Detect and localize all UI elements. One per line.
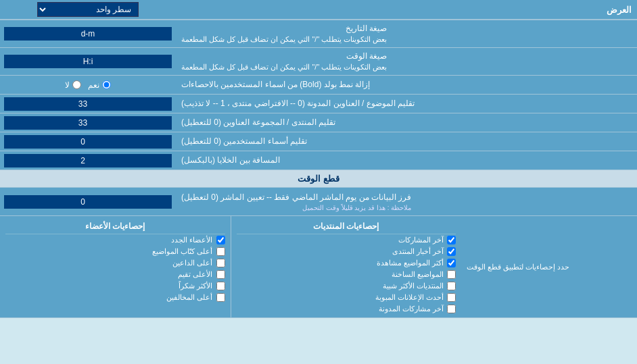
stat-checkbox-5[interactable] xyxy=(447,282,456,290)
username-limit-row: تقليم أسماء المستخدمين (0 للتعطيل) xyxy=(0,132,637,151)
stat-label-2: آخر أخبار المنتدى xyxy=(392,247,444,256)
username-limit-label: تقليم أسماء المستخدمين (0 للتعطيل) xyxy=(176,132,637,151)
stats-col-members-header: إحصاءيات الأعضاء xyxy=(5,219,225,234)
time-format-label: صيغة الوقت بعض التكوينات يتطلب "/" التي … xyxy=(176,48,637,75)
stat-label-7: آخر مشاركات المدونة xyxy=(379,305,444,313)
bold-remove-label: إزالة نمط بولد (Bold) من اسماء المستخدمي… xyxy=(176,76,637,94)
time-format-input-cell xyxy=(0,48,176,75)
forum-limit-label: تقليم المنتدى / المجموعة العناوين (0 للت… xyxy=(176,113,637,132)
stat-checkbox-4[interactable] xyxy=(447,270,456,279)
stat-m-checkbox-5[interactable] xyxy=(216,282,225,290)
display-select-cell: سطر واحدسطرينثلاثة أسطر xyxy=(0,0,176,19)
stat-item-2: آخر أخبار المنتدى xyxy=(237,246,456,257)
stat-m-label-3: أعلى الداعين xyxy=(172,259,212,267)
subject-limit-input-cell xyxy=(0,95,176,113)
cell-spacing-input-cell xyxy=(0,151,176,170)
date-format-input[interactable] xyxy=(4,27,172,41)
time-cut-input-cell xyxy=(0,188,176,215)
stat-label-3: أكثر المواضيع مشاهدة xyxy=(377,259,444,267)
main-container: العرض سطر واحدسطرينثلاثة أسطر صيغة التار… xyxy=(0,0,637,318)
stat-label-1: آخر المشاركات xyxy=(398,236,444,244)
time-cut-row: فرز البيانات من يوم الماشر الماضي فقط --… xyxy=(0,188,637,216)
stat-checkbox-2[interactable] xyxy=(447,247,456,256)
stats-col-members: إحصاءيات الأعضاء الأعضاء الجدد أعلى كتّا… xyxy=(0,216,231,317)
stat-m-item-6: أعلى المخالفين xyxy=(5,292,225,303)
stat-checkbox-3[interactable] xyxy=(447,259,456,267)
forum-limit-input-cell xyxy=(0,113,176,132)
header-row: العرض سطر واحدسطرينثلاثة أسطر xyxy=(0,0,637,20)
stat-m-checkbox-3[interactable] xyxy=(216,259,225,267)
stat-m-item-2: أعلى كتّاب المواضيع xyxy=(5,246,225,257)
subject-limit-input[interactable] xyxy=(4,97,172,111)
subject-limit-label: تقليم الموضوع / العناوين المدونة (0 -- ا… xyxy=(176,95,637,113)
bold-remove-options: نعم لا xyxy=(0,76,176,94)
username-limit-input[interactable] xyxy=(4,135,172,149)
subject-limit-row: تقليم الموضوع / العناوين المدونة (0 -- ا… xyxy=(0,95,637,113)
stat-checkbox-7[interactable] xyxy=(447,305,456,313)
bold-no-radio[interactable] xyxy=(72,80,81,89)
stat-m-label-2: أعلى كتّاب المواضيع xyxy=(152,247,212,256)
cell-spacing-row: المسافة بين الخلايا (بالبكسل) xyxy=(0,151,637,170)
stat-m-label-4: الأعلى تقيم xyxy=(178,270,212,279)
stats-col-forums: إحصاءيات المنتديات آخر المشاركات آخر أخب… xyxy=(231,216,462,317)
bold-no-option: لا xyxy=(65,80,81,90)
stat-checkbox-6[interactable] xyxy=(447,293,456,302)
time-format-input[interactable] xyxy=(4,55,172,68)
stat-item-6: أحدث الإعلانات المبوبة xyxy=(237,292,456,303)
bold-yes-label: نعم xyxy=(88,80,99,90)
time-cut-section-header: قطع الوقت xyxy=(0,170,637,188)
bold-yes-option: نعم xyxy=(88,80,111,90)
stats-grid: حدد إحصاءيات لتطبيق قطع الوقت إحصاءيات ا… xyxy=(0,216,637,318)
display-select[interactable]: سطر واحدسطرينثلاثة أسطر xyxy=(37,2,139,17)
bold-yes-radio[interactable] xyxy=(102,80,111,89)
stat-m-checkbox-6[interactable] xyxy=(216,293,225,302)
stats-apply-label: حدد إحصاءيات لتطبيق قطع الوقت xyxy=(461,216,637,317)
stat-m-checkbox-4[interactable] xyxy=(216,270,225,279)
stat-m-item-4: الأعلى تقيم xyxy=(5,269,225,280)
stat-m-checkbox-2[interactable] xyxy=(216,247,225,256)
bold-remove-row: إزالة نمط بولد (Bold) من اسماء المستخدمي… xyxy=(0,76,637,95)
time-cut-input[interactable] xyxy=(4,195,172,209)
stat-label-5: المنتديات الأكثر شبية xyxy=(383,282,444,290)
stat-item-5: المنتديات الأكثر شبية xyxy=(237,280,456,292)
date-format-input-cell xyxy=(0,20,176,47)
stat-m-item-5: الأكثر شكراً xyxy=(5,280,225,292)
bold-no-label: لا xyxy=(65,80,70,90)
cell-spacing-input[interactable] xyxy=(4,154,172,167)
date-format-label: صيغة التاريخ بعض التكوينات يتطلب "/" الت… xyxy=(176,20,637,47)
stat-item-1: آخر المشاركات xyxy=(237,234,456,246)
header-label: العرض xyxy=(176,2,637,18)
stat-m-item-1: الأعضاء الجدد xyxy=(5,234,225,246)
stat-m-checkbox-1[interactable] xyxy=(216,236,225,244)
stats-col-forums-header: إحصاءيات المنتديات xyxy=(237,219,456,234)
stat-item-7: آخر مشاركات المدونة xyxy=(237,303,456,315)
time-cut-label: فرز البيانات من يوم الماشر الماضي فقط --… xyxy=(176,188,637,215)
cell-spacing-label: المسافة بين الخلايا (بالبكسل) xyxy=(176,151,637,170)
time-format-row: صيغة الوقت بعض التكوينات يتطلب "/" التي … xyxy=(0,48,637,76)
stat-m-label-5: الأكثر شكراً xyxy=(179,282,212,290)
stat-m-item-3: أعلى الداعين xyxy=(5,257,225,269)
stat-label-4: المواضيع الساخنة xyxy=(392,270,444,279)
stat-m-label-6: أعلى المخالفين xyxy=(166,293,212,302)
date-format-row: صيغة التاريخ بعض التكوينات يتطلب "/" الت… xyxy=(0,20,637,48)
stat-checkbox-1[interactable] xyxy=(447,236,456,244)
stat-item-3: أكثر المواضيع مشاهدة xyxy=(237,257,456,269)
stat-m-label-1: الأعضاء الجدد xyxy=(171,236,212,244)
stat-item-4: المواضيع الساخنة xyxy=(237,269,456,280)
stat-label-6: أحدث الإعلانات المبوبة xyxy=(375,293,444,302)
forum-limit-row: تقليم المنتدى / المجموعة العناوين (0 للت… xyxy=(0,113,637,132)
username-limit-input-cell xyxy=(0,132,176,151)
forum-limit-input[interactable] xyxy=(4,116,172,130)
